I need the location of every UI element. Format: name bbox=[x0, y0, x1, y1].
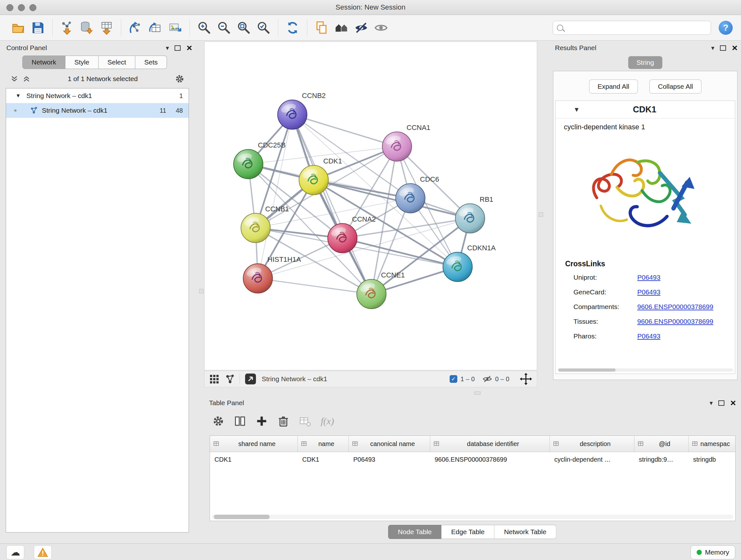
panel-menu-caret-icon[interactable]: ▾ bbox=[165, 45, 169, 51]
cell-canonical-name[interactable]: P06493 bbox=[349, 456, 430, 463]
panel-float-icon[interactable] bbox=[720, 45, 726, 51]
tab-network-table[interactable]: Network Table bbox=[494, 525, 556, 539]
network-item-row[interactable]: ● String Network – cdk1 11 48 bbox=[6, 103, 189, 118]
panel-close-icon[interactable]: × bbox=[732, 43, 738, 53]
column-header-namespace[interactable]: namespac bbox=[689, 436, 735, 452]
import-network-file-icon[interactable] bbox=[57, 18, 77, 37]
table-settings-gear-icon[interactable] bbox=[212, 415, 224, 427]
horizontal-scrollbar[interactable] bbox=[212, 515, 733, 519]
panel-float-icon[interactable] bbox=[718, 400, 724, 406]
crosslink-uniprot-link[interactable]: P06493 bbox=[637, 273, 660, 281]
tab-style[interactable]: Style bbox=[65, 56, 98, 69]
column-header-description[interactable]: description bbox=[550, 436, 634, 452]
save-session-icon[interactable] bbox=[28, 18, 48, 37]
network-node-CCNB1[interactable] bbox=[241, 213, 270, 243]
table-row[interactable]: CDK1 CDK1 P06493 9606.ENSP00000378699 cy… bbox=[210, 452, 735, 467]
panel-close-icon[interactable]: × bbox=[730, 398, 736, 408]
panel-close-icon[interactable]: × bbox=[186, 43, 192, 53]
splitter-handle[interactable] bbox=[474, 391, 481, 395]
hide-selected-eye-icon[interactable] bbox=[351, 18, 371, 37]
tree-expand-caret-icon[interactable]: ▼ bbox=[16, 93, 21, 99]
network-edge[interactable] bbox=[258, 115, 292, 278]
tab-edge-table[interactable]: Edge Table bbox=[442, 525, 495, 539]
network-node-CDC25B[interactable] bbox=[233, 149, 263, 179]
export-image-icon[interactable] bbox=[165, 18, 185, 37]
cell-database-identifier[interactable]: 9606.ENSP00000378699 bbox=[430, 456, 550, 463]
column-header-canonical-name[interactable]: canonical name bbox=[349, 436, 430, 452]
new-table-icon[interactable] bbox=[145, 18, 165, 37]
section-collapse-caret-icon[interactable]: ▼ bbox=[574, 106, 580, 113]
search-input[interactable] bbox=[566, 23, 707, 32]
selected-nodes-checkbox-icon[interactable]: ✓ bbox=[450, 375, 457, 383]
panel-menu-caret-icon[interactable]: ▾ bbox=[710, 400, 713, 406]
zoom-fit-icon[interactable] bbox=[234, 18, 254, 37]
cell-id[interactable]: stringdb:9… bbox=[634, 456, 689, 463]
window-close-button[interactable] bbox=[6, 4, 13, 11]
column-header-name[interactable]: name bbox=[298, 436, 349, 452]
network-node-CCNB2[interactable] bbox=[278, 100, 307, 129]
window-zoom-button[interactable] bbox=[29, 4, 37, 11]
zoom-selected-icon[interactable] bbox=[254, 18, 273, 37]
cell-description[interactable]: cyclin-dependent … bbox=[550, 456, 634, 463]
memory-button[interactable]: Memory bbox=[690, 545, 735, 559]
network-collection-row[interactable]: ▼ String Network – cdk1 1 bbox=[6, 88, 189, 103]
new-network-icon[interactable] bbox=[126, 18, 145, 37]
network-canvas[interactable]: CCNB2CCNA1CDC25BCDK1CDC6RB1CCNB1CCNA2CDK… bbox=[204, 42, 537, 370]
crosslink-genecard-link[interactable]: P06493 bbox=[637, 288, 660, 296]
network-edge[interactable] bbox=[292, 115, 397, 146]
pan-crosshair-icon[interactable] bbox=[520, 373, 532, 385]
network-node-CCNA2[interactable] bbox=[328, 224, 357, 253]
collapse-all-button[interactable]: Collapse All bbox=[650, 79, 702, 94]
browser-home-icon[interactable] bbox=[332, 18, 351, 37]
help-button[interactable]: ? bbox=[719, 21, 733, 35]
search-box[interactable] bbox=[553, 21, 711, 35]
network-node-CDK1[interactable] bbox=[299, 165, 328, 195]
expand-all-chevron-icon[interactable] bbox=[22, 75, 30, 83]
cell-shared-name[interactable]: CDK1 bbox=[210, 456, 298, 463]
duplicate-document-icon[interactable] bbox=[312, 18, 332, 37]
tab-node-table[interactable]: Node Table bbox=[388, 525, 442, 539]
tab-network[interactable]: Network bbox=[22, 56, 65, 69]
tab-select[interactable]: Select bbox=[98, 56, 135, 69]
cell-namespace[interactable]: stringdb bbox=[689, 456, 735, 463]
panel-float-icon[interactable] bbox=[175, 45, 181, 51]
network-node-CCNE1[interactable] bbox=[357, 279, 386, 309]
panel-menu-caret-icon[interactable]: ▾ bbox=[711, 45, 714, 51]
splitter-handle[interactable] bbox=[199, 289, 204, 294]
crosslink-pharos-link[interactable]: P06493 bbox=[637, 332, 660, 340]
crosslink-compartments-link[interactable]: 9606.ENSP00000378699 bbox=[637, 303, 713, 311]
grid-view-icon[interactable] bbox=[209, 374, 219, 384]
network-node-CDKN1A[interactable] bbox=[443, 252, 472, 282]
network-node-CCNA1[interactable] bbox=[382, 132, 412, 161]
show-all-eye-icon[interactable] bbox=[371, 18, 391, 37]
window-minimize-button[interactable] bbox=[18, 4, 25, 11]
birdseye-view-icon[interactable] bbox=[225, 374, 235, 384]
warnings-button[interactable] bbox=[34, 545, 52, 559]
open-session-icon[interactable] bbox=[8, 18, 28, 37]
crosslink-tissues-link[interactable]: 9606.ENSP00000378699 bbox=[637, 318, 713, 325]
cloud-sync-button[interactable]: ☁ bbox=[6, 545, 24, 559]
delete-trash-icon[interactable] bbox=[277, 415, 289, 427]
network-node-CDC6[interactable] bbox=[396, 184, 425, 213]
refresh-icon[interactable] bbox=[283, 18, 302, 37]
hidden-eye-icon[interactable] bbox=[482, 374, 492, 384]
column-header-id[interactable]: @id bbox=[634, 436, 689, 452]
column-header-shared-name[interactable]: shared name bbox=[210, 436, 298, 452]
tab-sets[interactable]: Sets bbox=[135, 56, 167, 69]
zoom-out-icon[interactable] bbox=[214, 18, 234, 37]
network-options-gear-icon[interactable] bbox=[175, 74, 185, 84]
import-table-icon[interactable] bbox=[97, 18, 117, 37]
network-node-RB1[interactable] bbox=[455, 204, 485, 233]
expand-all-button[interactable]: Expand All bbox=[589, 79, 638, 94]
import-network-database-icon[interactable] bbox=[77, 18, 97, 37]
horizontal-scrollbar[interactable] bbox=[558, 368, 733, 372]
network-node-HIST1H1A[interactable] bbox=[243, 264, 273, 293]
open-in-browser-icon[interactable] bbox=[245, 373, 257, 385]
tab-string[interactable]: String bbox=[628, 56, 663, 69]
column-header-database-identifier[interactable]: database identifier bbox=[430, 436, 550, 452]
network-edge[interactable] bbox=[292, 115, 372, 294]
cell-name[interactable]: CDK1 bbox=[298, 456, 349, 463]
zoom-in-icon[interactable] bbox=[194, 18, 214, 37]
show-columns-icon[interactable] bbox=[234, 415, 246, 427]
network-edge[interactable] bbox=[258, 278, 372, 294]
